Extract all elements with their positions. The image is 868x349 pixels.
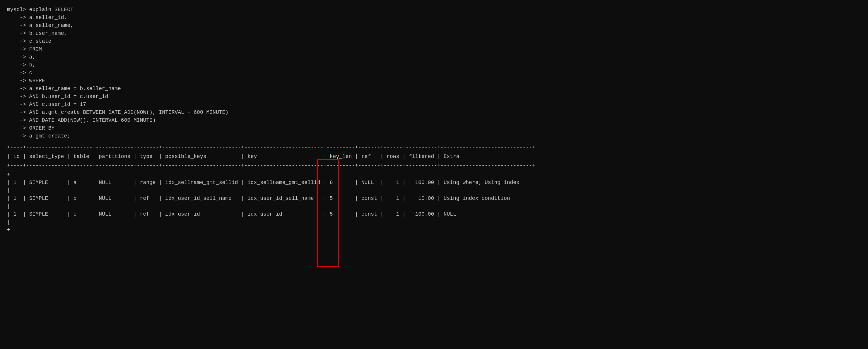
result-table: +----+-------------+-------+------------… — [7, 144, 861, 234]
sql-line-3: -> a.seller_name, — [7, 22, 861, 30]
table-divider-header: +----+-------------+-------+------------… — [7, 162, 861, 170]
sql-line-12: -> AND b.user_id = c.user_id — [7, 93, 861, 101]
sql-line-15: -> AND DATE_ADD(NOW(), INTERVAL 600 MINU… — [7, 116, 861, 124]
table-row-separator-2: | — [7, 203, 861, 210]
sql-line-1: mysql> explain SELECT — [7, 6, 861, 14]
table-row-1: | 1 | SIMPLE | a | NULL | range | idx_se… — [7, 179, 861, 187]
table-row-separator-1: | — [7, 187, 861, 195]
sql-line-10: -> WHERE — [7, 77, 861, 85]
sql-line-14: -> AND a.gmt_create BETWEEN DATE_ADD(NOW… — [7, 108, 861, 116]
sql-line-9: -> c — [7, 69, 861, 77]
sql-line-6: -> FROM — [7, 45, 861, 53]
table-row-separator-top: + — [7, 171, 861, 179]
sql-line-13: -> AND c.user_id = 17 — [7, 101, 861, 108]
table-row-3: | 1 | SIMPLE | c | NULL | ref | idx_user… — [7, 210, 861, 218]
table-row-separator-bottom: + — [7, 226, 861, 234]
table-header: | id | select_type | table | partitions … — [7, 153, 861, 161]
sql-line-17: -> a.gmt_create; — [7, 132, 861, 140]
table-row-separator-3: | — [7, 218, 861, 226]
sql-line-8: -> b, — [7, 61, 861, 69]
sql-line-16: -> ORDER BY — [7, 124, 861, 132]
table-row-2: | 1 | SIMPLE | b | NULL | ref | idx_user… — [7, 195, 861, 203]
sql-query-block: mysql> explain SELECT -> a.seller_id, ->… — [7, 6, 861, 140]
table-divider-top: +----+-------------+-------+------------… — [7, 144, 861, 151]
sql-line-7: -> a, — [7, 53, 861, 61]
terminal-window: mysql> explain SELECT -> a.seller_id, ->… — [0, 0, 868, 240]
sql-line-2: -> a.seller_id, — [7, 14, 861, 22]
sql-line-11: -> a.seller_name = b.seller_name — [7, 85, 861, 93]
sql-line-4: -> b.user_name, — [7, 30, 861, 37]
sql-line-5: -> c.state — [7, 37, 861, 45]
